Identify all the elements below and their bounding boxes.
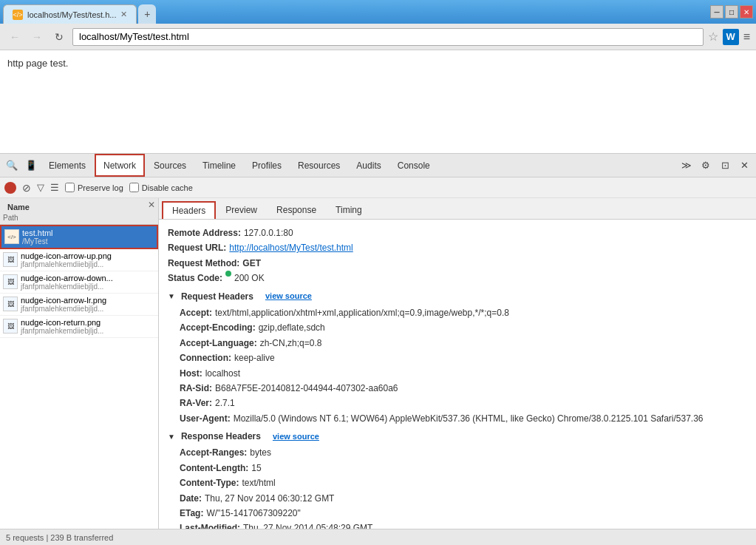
status-text: 5 requests | 239 B transferred	[6, 533, 113, 542]
detail-tab-timing[interactable]: Timing	[326, 201, 372, 219]
file-info: test.html/MyTest	[22, 229, 154, 246]
expand-console-button[interactable]: ≫	[678, 157, 695, 175]
tab-elements[interactable]: Elements	[41, 154, 93, 177]
header-key: Date:	[180, 491, 202, 506]
name-column-header: Name	[3, 200, 142, 214]
header-row: Content-Length: 15	[180, 461, 747, 475]
browser-tab[interactable]: </> localhost/MyTest/test.h... ✕	[3, 4, 137, 24]
status-dot-icon	[225, 271, 231, 277]
forward-button[interactable]: →	[28, 28, 46, 46]
dock-button[interactable]: ⊡	[716, 157, 734, 175]
panel-close-button[interactable]: ✕	[145, 198, 158, 224]
back-button[interactable]: ←	[6, 28, 24, 46]
stop-button[interactable]: ⊘	[22, 182, 31, 194]
address-input[interactable]	[72, 28, 704, 46]
new-tab-button[interactable]: +	[138, 4, 156, 24]
header-key: User-Agent:	[180, 411, 231, 426]
collapse-triangle-icon[interactable]: ▼	[168, 430, 175, 443]
minimize-button[interactable]: ─	[710, 5, 723, 18]
file-list-item[interactable]: 🖼nudge-icon-arrow-lr.pngjfanfpmalehkemdi…	[0, 294, 158, 316]
disable-cache-checkbox[interactable]: Disable cache	[129, 183, 193, 192]
menu-icon[interactable]: ≡	[743, 30, 750, 44]
file-path: /MyTest	[22, 237, 154, 246]
tab-audits[interactable]: Audits	[349, 154, 388, 177]
device-mode-button[interactable]: 📱	[22, 157, 40, 175]
header-key: Remote Address:	[168, 226, 241, 240]
filter-button[interactable]: ▽	[37, 182, 44, 193]
header-value: bytes	[250, 445, 271, 460]
request-headers-section: ▼Request Headersview source	[168, 289, 747, 304]
inspect-element-button[interactable]: 🔍	[3, 157, 21, 175]
header-row: RA-Ver: 2.7.1	[180, 396, 747, 410]
detail-tab-headers[interactable]: Headers	[162, 201, 216, 219]
refresh-button[interactable]: ↻	[50, 28, 68, 46]
page-text: http page test.	[7, 58, 68, 69]
view-source-link[interactable]: view source	[265, 289, 312, 303]
preserve-log-checkbox[interactable]: Preserve log	[65, 183, 123, 192]
address-bar: ← → ↻ ☆ W ≡	[0, 24, 756, 50]
collapse-triangle-icon[interactable]: ▼	[168, 290, 175, 302]
file-panel-header: Name Path ✕	[0, 198, 158, 225]
header-row: Date: Thu, 27 Nov 2014 06:30:12 GMT	[180, 491, 747, 506]
maximize-button[interactable]: □	[725, 5, 738, 18]
detail-tabs: Headers Preview Response Timing	[159, 198, 756, 220]
detail-tab-preview[interactable]: Preview	[216, 201, 267, 219]
file-list-item[interactable]: 🖼nudge-icon-arrow-up.pngjfanfpmalehkemdi…	[0, 249, 158, 271]
file-panel: Name Path ✕ </>test.html/MyTest🖼nudge-ic…	[0, 198, 159, 529]
detail-panel: Headers Preview Response Timing Remote A…	[159, 198, 756, 529]
file-info: nudge-icon-return.pngjfanfpmalehkemdiieb…	[21, 318, 155, 335]
file-name: test.html	[22, 229, 154, 237]
tab-close-button[interactable]: ✕	[120, 10, 127, 19]
header-value: W/"15-1417067309220"	[206, 506, 300, 521]
bookmark-icon[interactable]: ☆	[708, 30, 718, 44]
header-row: Request Method: GET	[168, 256, 747, 271]
settings-button[interactable]: ⚙	[697, 157, 715, 175]
file-list-item[interactable]: 🖼nudge-icon-return.pngjfanfpmalehkemdiie…	[0, 316, 158, 338]
header-row: Connection: keep-alive	[180, 351, 747, 365]
header-key: Host:	[180, 366, 202, 381]
window-controls: ─ □ ✕	[710, 5, 753, 18]
path-column-header: Path	[3, 214, 142, 222]
detail-tab-response[interactable]: Response	[267, 201, 326, 219]
status-code-value: 200 OK	[234, 271, 265, 285]
devtools-panel: 🔍 📱 Elements Network Sources Timeline Pr…	[0, 154, 756, 545]
header-row: User-Agent: Mozilla/5.0 (Windows NT 6.1;…	[180, 411, 747, 426]
header-row: Last-Modified: Thu, 27 Nov 2014 05:48:29…	[180, 521, 747, 529]
status-code-key: Status Code:	[168, 271, 222, 285]
tab-title: localhost/MyTest/test.h...	[27, 10, 116, 19]
header-value: B68A7F5E-20140812-044944-407302-aa60a6	[215, 381, 398, 396]
tab-timeline[interactable]: Timeline	[195, 154, 243, 177]
preserve-log-input[interactable]	[65, 183, 75, 192]
record-button[interactable]	[4, 182, 16, 194]
tab-network[interactable]: Network	[95, 154, 145, 177]
close-button[interactable]: ✕	[740, 5, 753, 18]
tab-profiles[interactable]: Profiles	[245, 154, 289, 177]
column-header-area: Name Path	[0, 198, 145, 224]
header-value: GET	[242, 256, 261, 271]
header-key: Content-Length:	[180, 461, 248, 475]
tab-sources[interactable]: Sources	[146, 154, 194, 177]
close-devtools-button[interactable]: ✕	[735, 157, 753, 175]
header-value: Mozilla/5.0 (Windows NT 6.1; WOW64) Appl…	[234, 411, 704, 426]
file-name: nudge-icon-arrow-lr.png	[21, 296, 155, 305]
header-row: ETag: W/"15-1417067309220"	[180, 506, 747, 521]
request-url-value[interactable]: http://localhost/MyTest/test.html	[229, 240, 353, 255]
file-info: nudge-icon-arrow-lr.pngjfanfpmalehkemdii…	[21, 296, 155, 313]
request-url-key: Request URL:	[168, 240, 226, 255]
tab-area: </> localhost/MyTest/test.h... ✕ +	[3, 0, 704, 24]
tab-favicon: </>	[13, 10, 23, 20]
header-key: Request Method:	[168, 256, 239, 271]
status-bar: 5 requests | 239 B transferred	[0, 529, 756, 545]
tab-resources[interactable]: Resources	[290, 154, 347, 177]
file-name: nudge-icon-arrow-up.png	[21, 251, 155, 260]
list-view-button[interactable]: ☰	[50, 182, 59, 193]
header-key: Accept:	[180, 305, 212, 320]
header-key: ETag:	[180, 506, 203, 521]
title-bar: </> localhost/MyTest/test.h... ✕ + ─ □ ✕	[0, 0, 756, 24]
disable-cache-input[interactable]	[129, 183, 139, 192]
view-source-link[interactable]: view source	[273, 430, 319, 444]
tab-console[interactable]: Console	[390, 154, 437, 177]
file-icon: 🖼	[3, 274, 18, 289]
file-list-item[interactable]: 🖼nudge-icon-arrow-down...jfanfpmalehkemd…	[0, 271, 158, 294]
file-list-item[interactable]: </>test.html/MyTest	[0, 225, 158, 249]
